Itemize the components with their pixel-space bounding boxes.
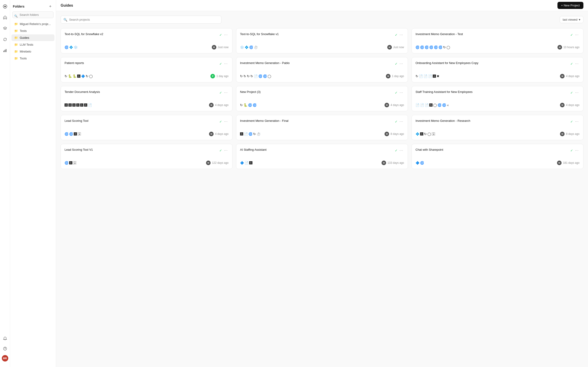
project-card[interactable]: Staff Training Assistant for New Employe… <box>412 86 583 111</box>
sidebar-item-miguel[interactable]: 📁Miguel Rebelo's proje... <box>11 21 54 27</box>
notification-icon[interactable] <box>1 335 9 342</box>
more-options-icon[interactable]: ⋯ <box>223 148 229 153</box>
layers-icon[interactable] <box>1 25 9 32</box>
topbar: Guides + New Project <box>56 0 588 11</box>
folder-search-input[interactable] <box>12 11 53 18</box>
more-options-icon[interactable]: ⋯ <box>223 61 229 66</box>
project-card[interactable]: Text-to-SQL for Snowflake v2 ✓ ⋯ 🌀💠❄️ M … <box>61 28 233 53</box>
sync-icon[interactable] <box>1 36 9 43</box>
card-footer: 🌀💠❄️ M Just now <box>65 45 229 50</box>
project-icon: ↻ <box>443 45 446 49</box>
project-icon: 🐍 <box>73 74 77 78</box>
logo-icon[interactable] <box>1 3 9 10</box>
card-icon-list: ❄️💠🌀⏱️ <box>240 45 258 49</box>
more-options-icon[interactable]: ⋯ <box>223 32 229 37</box>
sidebar-item-guides[interactable]: 📁Guides <box>11 34 54 41</box>
card-actions: ✓ ⋯ <box>219 61 229 66</box>
sidebar-item-llm-tests[interactable]: 📁LLM Tests <box>11 41 54 48</box>
project-card[interactable]: AI Staffing Assistant ✓ ⋯ 🔷📄🅰 M 133 days… <box>236 144 408 169</box>
more-options-icon[interactable]: ⋯ <box>398 61 404 66</box>
project-icon: 🌀 <box>258 74 262 78</box>
card-icon-list: 🌀🅰🇬 <box>65 161 76 165</box>
card-actions: ✓ ⋯ <box>570 32 579 37</box>
project-icon: 🌀 <box>69 132 73 136</box>
card-footer: 🔷🌀 M 181 days ago <box>415 161 579 165</box>
card-title: Staff Training Assistant for New Employe… <box>415 90 570 94</box>
home-icon[interactable] <box>1 14 9 21</box>
card-actions: ✓ ⋯ <box>570 90 579 95</box>
card-actions: ✓ ⋯ <box>219 119 229 124</box>
project-icon: ↻ <box>240 74 243 78</box>
project-card[interactable]: Text-to-SQL for Snowflake v1 ✓ ⋯ ❄️💠🌀⏱️ … <box>236 28 408 53</box>
card-title: Investment Memo Generation - Pablo <box>240 61 395 65</box>
project-icon: 🌀 <box>65 45 69 49</box>
project-icon: 💠 <box>415 132 419 136</box>
project-icon: 📄 <box>428 74 432 78</box>
more-options-icon[interactable]: ⋯ <box>223 119 229 124</box>
card-icon-list: 📄📄📄🅽◯🌀🌀◃ <box>415 103 448 107</box>
chart-icon[interactable] <box>1 47 9 54</box>
more-options-icon[interactable]: ⋯ <box>398 90 404 95</box>
project-icon: 🅰 <box>65 103 68 107</box>
project-icon: 🌀 <box>439 45 442 49</box>
sidebar-title: Folders <box>13 5 25 8</box>
card-title: Investment Memo Generation - Research <box>415 119 570 123</box>
project-card[interactable]: Lead Scoring Tool V1 ✓ ⋯ 🌀🅰🇬 M 122 days … <box>61 144 233 169</box>
card-user-avatar: M <box>384 132 389 136</box>
card-time: 4 days ago <box>566 103 579 107</box>
project-card[interactable]: Lead Scoring Tool ✓ ⋯ 🌀🌀🅰🇬 M 4 days ago <box>61 115 233 140</box>
project-icon: 📄 <box>88 103 92 107</box>
project-icon: 🇬 <box>78 132 81 136</box>
help-icon[interactable] <box>1 345 9 352</box>
card-icon-list: ↻📄📄📄🅰✖ <box>415 74 439 78</box>
project-icon: ❄️ <box>74 45 78 49</box>
sidebar-item-tools[interactable]: 📁Tools <box>11 55 54 62</box>
project-card[interactable]: Onboarding Assistant for New Employees C… <box>412 57 583 82</box>
more-options-icon[interactable]: ⋯ <box>574 148 579 153</box>
project-card[interactable]: Chat with Sharepoint ✓ ⋯ 🔷🌀 M 181 days a… <box>412 144 583 169</box>
folder-icon: 📁 <box>14 43 18 46</box>
project-card[interactable]: Investment Memo Generation - Pablo ✓ ⋯ ↻… <box>236 57 408 82</box>
sidebar-item-mirebelo[interactable]: 📁Mirebelo <box>11 48 54 55</box>
more-options-icon[interactable]: ⋯ <box>223 90 229 95</box>
more-options-icon[interactable]: ⋯ <box>398 148 404 153</box>
card-icon-list: ↻↻↻↻📄🌀🌀◯ <box>240 74 271 78</box>
card-footer: 🅰🅰🅰🅰🅰🅰📄 M 4 days ago <box>65 103 229 107</box>
card-icon-list: 🔷📄🅰 <box>240 161 252 165</box>
card-meta: M 4 days ago <box>560 103 579 107</box>
new-project-button[interactable]: + New Project <box>557 2 583 9</box>
card-header: Lead Scoring Tool ✓ ⋯ <box>65 119 229 124</box>
card-meta: M 4 days ago <box>384 103 404 107</box>
project-card[interactable]: Patient reports ✓ ⋯ ↻🐍🐍🅰🔷↻◯ P 1 day ago <box>61 57 233 82</box>
project-icon: 🅰 <box>69 161 72 165</box>
check-icon: ✓ <box>570 149 573 152</box>
card-header: Investment Memo Generation - Final ✓ ⋯ <box>240 119 404 124</box>
more-options-icon[interactable]: ⋯ <box>398 32 404 37</box>
project-card[interactable]: Tender Document Analysis ✓ ⋯ 🅰🅰🅰🅰🅰🅰📄 M 4… <box>61 86 233 111</box>
project-icon: 🅰 <box>74 132 77 136</box>
project-icon: ◃ <box>447 103 448 107</box>
project-card[interactable]: New Project (3) ✓ ⋯ ↻🐍🌀🌀 M 4 days ago <box>236 86 408 111</box>
project-icon: 📄 <box>419 74 423 78</box>
project-card[interactable]: Investment Memo Generation - Test ✓ ⋯ 🌀🌀… <box>412 28 583 53</box>
project-icon: 🌀 <box>248 103 252 107</box>
more-options-icon[interactable]: ⋯ <box>574 61 579 66</box>
more-options-icon[interactable]: ⋯ <box>574 119 579 124</box>
user-avatar[interactable]: MR <box>2 355 8 361</box>
project-search-input[interactable] <box>61 16 221 24</box>
more-options-icon[interactable]: ⋯ <box>574 90 579 95</box>
project-icon: 🔷 <box>81 74 85 78</box>
folder-label: Tests <box>20 29 27 33</box>
sort-select[interactable]: last viewed ▾ <box>560 16 583 23</box>
card-actions: ✓ ⋯ <box>395 148 404 153</box>
sidebar-item-tests[interactable]: 📁Tests <box>11 27 54 34</box>
project-icon: 🌀 <box>442 103 446 107</box>
project-card[interactable]: Investment Memo Generation - Final ✓ ⋯ 🅰… <box>236 115 408 140</box>
more-options-icon[interactable]: ⋯ <box>574 32 579 37</box>
check-icon: ✓ <box>219 120 222 123</box>
more-options-icon[interactable]: ⋯ <box>398 119 404 124</box>
folder-list: 📁Miguel Rebelo's proje...📁Tests📁Guides📁L… <box>10 20 56 364</box>
add-folder-button[interactable]: + <box>48 4 53 9</box>
project-card[interactable]: Investment Memo Generation - Research ✓ … <box>412 115 583 140</box>
check-icon: ✓ <box>219 149 222 152</box>
